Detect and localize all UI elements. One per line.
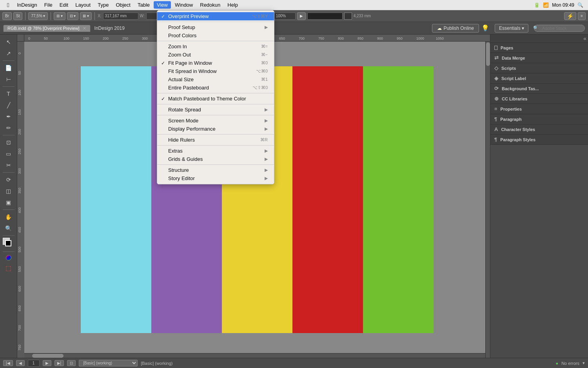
collapse-right-icon[interactable]: « [583, 35, 586, 42]
zoom-fit[interactable]: ⊡ [67, 360, 76, 366]
color-input[interactable] [307, 13, 343, 20]
pencil-tool[interactable]: ✏ [4, 123, 14, 133]
scripts-panel[interactable]: ◇ Scripts [490, 63, 588, 73]
scrollbar-h[interactable] [24, 353, 485, 358]
background-tasks-panel[interactable]: ⟳ Background Tas... [490, 84, 588, 94]
indesign-menu[interactable]: InDesign [14, 1, 40, 9]
scissors-tool[interactable]: ✂ [4, 160, 14, 170]
cc-libraries-panel[interactable]: ⊕ CC Libraries [490, 94, 588, 104]
x-input[interactable] [103, 13, 138, 20]
working-set-select[interactable]: [Basic] (working) [79, 360, 138, 366]
nav-first[interactable]: |◀ [3, 360, 13, 366]
menu-zoom-in[interactable]: Zoom In ⌘= [157, 42, 274, 51]
menu-rotate-spread[interactable]: Rotate Spread ▶ [157, 106, 274, 114]
stock-btn[interactable]: St [13, 12, 22, 20]
view-menu[interactable]: View [154, 1, 171, 9]
direct-selection-tool[interactable]: ↗ [4, 48, 14, 58]
zoom-in-toolbar[interactable]: ▶ [297, 12, 306, 20]
menu-grids-guides[interactable]: Grids & Guides ▶ [157, 155, 274, 163]
menu-proof-setup[interactable]: Proof Setup ▶ [157, 23, 274, 31]
color-swatch[interactable] [344, 13, 352, 20]
hand-tool[interactable]: ✋ [4, 212, 14, 222]
none-icon[interactable]: ⬚ [4, 263, 14, 273]
edit-menu[interactable]: Edit [56, 1, 71, 9]
menu-zoom-out[interactable]: Zoom Out ⌘− [157, 51, 274, 59]
rect-tool[interactable]: ▭ [4, 149, 14, 159]
gap-tool[interactable]: ⊢ [4, 74, 14, 84]
menu-actual-size[interactable]: Actual Size ⌘1 [157, 75, 274, 84]
paragraph-styles-panel[interactable]: ¶ Paragraph Styles [490, 135, 588, 145]
pages-panel[interactable]: ⎕ Pages [490, 43, 588, 53]
help-menu[interactable]: Help [224, 1, 241, 9]
stock-search-input[interactable] [534, 25, 585, 32]
nav-prev[interactable]: ◀ [16, 360, 25, 366]
menu-overprint-preview[interactable]: ✓ Overprint Preview ⌥⇧⌘Y [157, 12, 274, 20]
tool-sep-5 [3, 210, 15, 210]
menu-hide-rulers[interactable]: Hide Rulers ⌘R [157, 136, 274, 144]
type-tool[interactable]: T [4, 89, 14, 99]
essentials-btn[interactable]: Essentials ▾ [495, 24, 528, 33]
scrollbar-v-thumb[interactable] [486, 42, 490, 66]
script-label-panel[interactable]: ◈ Script Label [490, 73, 588, 84]
bridge-btn[interactable]: Br [2, 12, 12, 20]
menu-entire-pasteboard[interactable]: Entire Pasteboard ⌥⇧⌘0 [157, 84, 274, 92]
nav-last[interactable]: ▶| [54, 360, 64, 366]
menu-screen-mode[interactable]: Screen Mode ▶ [157, 117, 274, 125]
object-menu[interactable]: Object [113, 1, 134, 9]
publish-online-btn[interactable]: ☁ Publish Online [432, 24, 479, 33]
color-mode-icon[interactable] [2, 254, 15, 262]
table-menu[interactable]: Table [134, 1, 153, 9]
page-tool[interactable]: 📄 [4, 63, 14, 73]
menu-match-pasteboard[interactable]: ✓ Match Pasteboard to Theme Color [157, 95, 274, 103]
menu-proof-colors[interactable]: Proof Colors [157, 31, 274, 40]
menu-display-performance[interactable]: Display Performance ▶ [157, 125, 274, 133]
layout-menu[interactable]: Layout [72, 1, 94, 9]
errors-dropdown-icon[interactable]: ▾ [583, 361, 585, 366]
menu-fit-page[interactable]: ✓ Fit Page in Window ⌘0 [157, 59, 274, 67]
gradient-swatch-tool[interactable]: ▣ [4, 197, 14, 208]
data-merge-panel[interactable]: ⇄ Data Merge [490, 53, 588, 63]
stock-search-icon: 🔍 [533, 26, 539, 31]
cc-icon: ⊕ [494, 96, 499, 102]
selection-tool[interactable]: ↖ [4, 37, 14, 47]
lightbulb-icon[interactable]: 💡 [481, 24, 489, 32]
menu-structure[interactable]: Structure ▶ [157, 166, 274, 174]
free-transform-tool[interactable]: ⟳ [4, 175, 14, 185]
menu-extras[interactable]: Extras ▶ [157, 147, 274, 155]
svg-text:1000: 1000 [416, 36, 424, 40]
scrollbar-h-thumb[interactable] [32, 354, 64, 358]
zoom-display[interactable]: 77,5% ▾ [28, 12, 47, 20]
scrollbar-v[interactable] [485, 42, 490, 358]
gradient-tool[interactable]: ◫ [4, 186, 14, 196]
file-menu[interactable]: File [41, 1, 56, 9]
publish-icon: ☁ [437, 26, 442, 31]
redokun-menu[interactable]: Redokun [197, 1, 223, 9]
properties-panel[interactable]: ≡ Properties [490, 104, 588, 114]
rect-frame-tool[interactable]: ⊡ [4, 137, 14, 148]
type-menu[interactable]: Type [94, 1, 112, 9]
menu-fit-spread[interactable]: Fit Spread in Window ⌥⌘0 [157, 67, 274, 75]
overprint-preview-shortcut: ⌥⇧⌘Y [244, 14, 268, 19]
grid-view-btn[interactable]: ⊞ ▾ [54, 12, 65, 20]
svg-text:150: 150 [18, 109, 22, 115]
zoom-input[interactable] [274, 13, 296, 20]
layout-view-btn[interactable]: ⊟ ▾ [67, 12, 79, 20]
fill-stroke-indicator[interactable] [3, 238, 15, 250]
nav-next[interactable]: ▶ [43, 360, 51, 366]
character-styles-panel[interactable]: A Character Styles [490, 124, 588, 135]
menu-toggle-btn[interactable]: ≡ [578, 12, 586, 20]
search-icon[interactable]: 🔍 [577, 2, 583, 8]
arrange-btn[interactable]: ⊠ ▾ [80, 12, 92, 20]
paragraph-panel[interactable]: ¶ Paragraph [490, 114, 588, 124]
right-panel: « ⎕ Pages ⇄ Data Merge ◇ Scripts ◈ Scrip… [490, 35, 588, 358]
close-tab-icon[interactable]: ✕ [83, 26, 86, 31]
line-tool[interactable]: ╱ [4, 100, 14, 110]
doc-tab[interactable]: RGB.indd @ 78% [Overprint Preview] ✕ [3, 25, 91, 32]
zoom-tool[interactable]: 🔍 [4, 223, 14, 233]
menu-story-editor[interactable]: Story Editor ▶ [157, 174, 274, 182]
pen-tool[interactable]: ✒ [4, 111, 14, 122]
lightning-btn[interactable]: ⚡ [564, 12, 576, 20]
apple-menu[interactable]:  [3, 2, 13, 8]
window-menu[interactable]: Window [172, 1, 196, 9]
page-num-input[interactable] [28, 360, 40, 367]
